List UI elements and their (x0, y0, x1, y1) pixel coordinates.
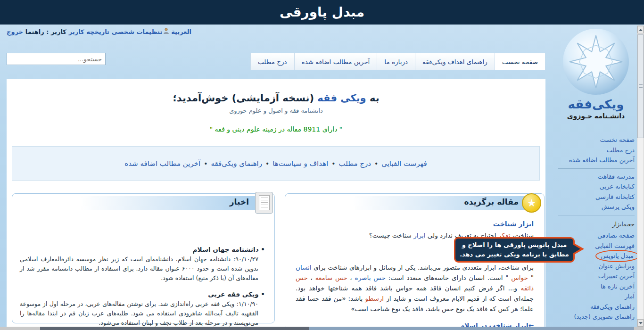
quicknav-goals-policies[interactable]: اهداف و سیاست‌ها (272, 159, 328, 168)
personal-link-user-history[interactable]: تاریخچه کاربر (69, 28, 109, 35)
article-count-text: " دارای 8911 مقاله در زمینه علوم دینی و … (7, 125, 545, 133)
sidebar-divider (558, 168, 635, 169)
news-document-icon (255, 192, 273, 214)
sidebar-item-main-page[interactable]: صفحه نخست (558, 135, 635, 145)
personal-link-preferences[interactable]: تنظیمات شخصی (112, 28, 169, 35)
featured-article-link[interactable]: ابزار شناخت (493, 219, 534, 229)
quicknav-strip: فهرست الفبایی درج مطلب اهداف و سیاست‌ها … (12, 146, 540, 181)
tooltip-line2: مطابق با برنامه ویکی تغییر می دهد. (458, 250, 570, 259)
personal-link-preferences-label: تنظیمات شخصی (112, 28, 162, 35)
tooltip-arrow-inner (573, 245, 580, 253)
quicknav-latest-added[interactable]: آخرین مطالب اضافه شده (124, 159, 200, 168)
search-input[interactable] (7, 53, 106, 65)
tab-goals-guide[interactable]: راهنمای اهداف ویکی‌فقه (415, 53, 495, 70)
sidebar-item-insert-article[interactable]: درج مطلب (558, 145, 635, 156)
bullet-separator (265, 159, 269, 168)
site-logo[interactable]: ویکی‌فقه دانشـنامه حـوزوی (558, 26, 634, 120)
news-item-body: ۹۰/۱۰/۲۷: دانشنامه جهان اسلام، دانشنامه‌… (20, 255, 258, 283)
scroll-up-icon (639, 29, 643, 31)
sidebar-item-latest-news[interactable]: آخرین تازه ها (558, 281, 635, 292)
site-notice-header: مبدل پاورقی (0, 0, 644, 25)
sidebar-item-wiki-porsesh[interactable]: ویکی پرسش (558, 202, 635, 212)
sidebar-item-wikifeqh-guide[interactable]: راهنمای ویکی‌فقه (558, 302, 635, 312)
quicknav-insert-article[interactable]: درج مطلب (339, 159, 371, 168)
tab-about-us[interactable]: درباره ما (377, 53, 415, 70)
personal-link-logout[interactable]: خروج (7, 28, 23, 35)
scroll-down-button[interactable] (637, 319, 644, 327)
personal-user-help[interactable]: کاربر : راهنما (25, 28, 66, 35)
news-item-heading[interactable]: دانشنامه جهان اسلام (20, 246, 265, 253)
welcome-block: به ویکی فقه (نسخه آزمایشی) خوش‌آمدید؛ دا… (7, 79, 545, 133)
sidebar-item-latest-added[interactable]: آخرین مطالب اضافه شده (558, 155, 635, 165)
featured-article-body: ابزار شناخت شناخت، تفکر احتیاج به تعریف … (285, 213, 544, 330)
star-badge-icon: ★ (522, 193, 541, 213)
news-item-heading[interactable]: ویکی فقه عربی (20, 290, 265, 298)
list-item: دانشنامه جهان اسلام ۹۰/۱۰/۲۷: دانشنامه ج… (20, 246, 265, 283)
news-item-body: ۱/۱۰/۹۰: ویکی فقه عربی راه‌اندازی شد. بر… (20, 299, 258, 328)
featured-paragraph: برای شناخت، ابزار متعددی متصور می‌باشد. … (296, 262, 534, 314)
personal-toolbar: العربية تنظیمات شخصی تاریخچه کاربر کاربر… (7, 28, 191, 35)
sidebar-toolbox-header: جعبه‌ابزار (558, 219, 635, 230)
bullet-separator (204, 159, 207, 168)
news-box: اخبار دانشنامه جهان اسلام ۹۰/۱۰/۲۷: دانش… (12, 193, 275, 323)
bullet-separator (374, 159, 378, 168)
logo-tagline: دانشـنامه حـوزوی (558, 112, 634, 120)
sidebar-item-recent-changes[interactable]: آخرین تغییرات (558, 271, 635, 281)
main-content: به ویکی فقه (نسخه آزمایشی) خوش‌آمدید؛ دا… (7, 79, 545, 330)
tab-latest-added[interactable]: آخرین مطالب اضافه شده (295, 53, 378, 70)
welcome-heading: به ویکی فقه (نسخه آزمایشی) خوش‌آمدید؛ (7, 92, 545, 104)
sidebar-item-statistics[interactable]: آمار (558, 291, 635, 302)
footnote-converter-highlight-ellipse[interactable]: مبدل پانویس (595, 250, 639, 262)
tooltip-line1: مبدل پانویس پاورقی ها را اصلاح و (458, 240, 570, 250)
vertical-scrollbar[interactable] (637, 25, 644, 327)
page-title: مبدل پاورقی (0, 0, 644, 25)
sidebar-item-feqahat-school[interactable]: مدرسه فقاهت (558, 172, 635, 182)
quicknav-alphabetical-index[interactable]: فهرست الفبایی (381, 159, 427, 168)
sidebar-item-arabic-library[interactable]: کتابخانه عربی (558, 182, 635, 192)
page-tabs: صفحه نخست راهنمای اهداف ویکی‌فقه درباره … (250, 53, 545, 70)
news-box-title: اخبار (230, 197, 249, 206)
list-item: ویکی فقه عربی ۱/۱۰/۹۰: ویکی فقه عربی راه… (20, 290, 265, 328)
sidebar: ویکی‌فقه دانشـنامه حـوزوی صفحه نخست درج … (550, 25, 644, 330)
personal-link-arabic[interactable]: العربية (171, 28, 191, 35)
sidebar-nav: صفحه نخست درج مطلب آخرین مطالب اضافه شده… (558, 135, 635, 322)
sidebar-item-persian-library[interactable]: کتابخانه فارسی (558, 192, 635, 202)
scrollbar-grip-icon (639, 84, 643, 88)
user-icon (164, 28, 169, 35)
scroll-down-icon (639, 322, 643, 324)
sidebar-item-visual-guide[interactable]: راهنمای تصویری (جدید) (558, 312, 635, 322)
news-box-header: اخبار (12, 194, 274, 213)
welcome-subtitle: دانشنامه فقه و اصول و علوم حوزوی (7, 107, 545, 114)
featured-box-header: ★ مقاله برگزیده (285, 194, 544, 213)
scrollbar-thumb[interactable] (637, 34, 644, 138)
featured-box-title: مقاله برگزیده (464, 197, 519, 206)
sidebar-divider (558, 215, 635, 215)
scroll-up-button[interactable] (637, 26, 644, 33)
logo-wordmark: ویکی‌فقه (558, 97, 634, 111)
taskbar-strip (0, 327, 644, 330)
footnote-converter-tooltip: مبدل پانویس پاورقی ها را اصلاح و مطابق ب… (454, 237, 575, 263)
tab-main-page[interactable]: صفحه نخست (495, 53, 545, 70)
news-list: دانشنامه جهان اسلام ۹۰/۱۰/۲۷: دانشنامه ج… (12, 213, 274, 328)
bullet-separator (331, 159, 335, 168)
quicknav-wikifeqh-guide[interactable]: راهنمای ویکی‌فقه (211, 159, 262, 168)
tab-insert-article[interactable]: درج مطلب (250, 53, 295, 70)
